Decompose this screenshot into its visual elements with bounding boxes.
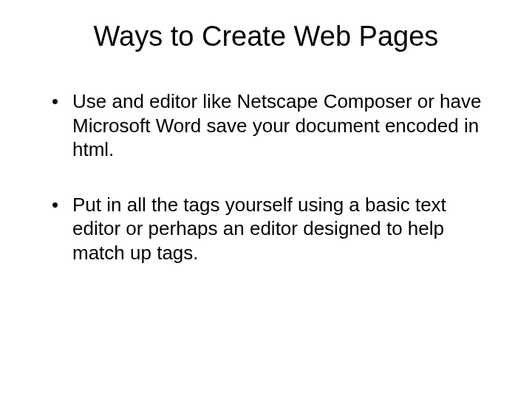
slide-title: Ways to Create Web Pages	[52, 21, 480, 52]
bullet-list: Use and editor like Netscape Composer or…	[37, 89, 495, 265]
list-item: Use and editor like Netscape Composer or…	[52, 89, 495, 162]
list-item: Put in all the tags yourself using a bas…	[52, 193, 495, 265]
